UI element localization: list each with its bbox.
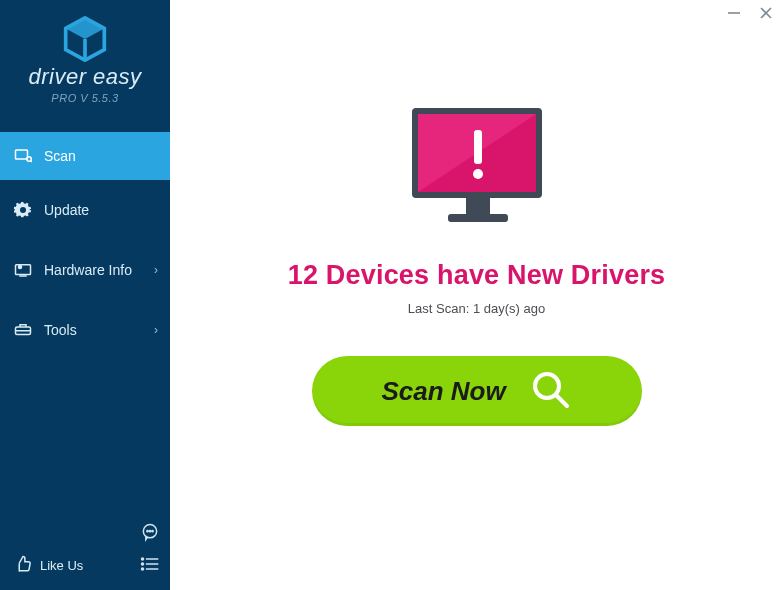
chevron-right-icon: ›: [154, 323, 158, 337]
svg-point-19: [142, 568, 144, 570]
svg-rect-27: [474, 130, 482, 164]
scan-now-label: Scan Now: [381, 376, 505, 407]
minimize-button[interactable]: [727, 6, 741, 24]
window-controls: [727, 6, 773, 24]
svg-point-12: [147, 531, 148, 532]
last-scan-text: Last Scan: 1 day(s) ago: [408, 301, 545, 316]
feedback-icon[interactable]: [140, 522, 160, 546]
like-us-button[interactable]: Like Us: [14, 555, 83, 576]
svg-point-13: [149, 531, 150, 532]
logo-icon: [62, 16, 108, 62]
sidebar-footer: Like Us: [0, 510, 170, 590]
svg-marker-1: [66, 18, 105, 39]
nav-item-update[interactable]: Update: [0, 180, 170, 240]
svg-line-32: [556, 395, 567, 406]
chevron-right-icon: ›: [154, 263, 158, 277]
svg-point-14: [152, 531, 153, 532]
nav-item-tools[interactable]: Tools ›: [0, 300, 170, 360]
app-window: driver easy PRO V 5.5.3 Scan Update: [0, 0, 783, 590]
svg-point-15: [142, 558, 144, 560]
gear-icon: [14, 201, 32, 219]
svg-rect-30: [448, 214, 508, 222]
brand-name: driver easy: [0, 64, 170, 90]
nav-label: Scan: [44, 148, 76, 164]
nav-label: Tools: [44, 322, 77, 338]
nav-item-scan[interactable]: Scan: [0, 132, 170, 180]
headline: 12 Devices have New Drivers: [288, 260, 666, 291]
scan-now-button[interactable]: Scan Now: [312, 356, 642, 426]
thumbs-up-icon: [14, 555, 32, 576]
main-panel: 12 Devices have New Drivers Last Scan: 1…: [170, 0, 783, 590]
svg-line-5: [31, 161, 33, 163]
alert-monitor-icon: [402, 102, 552, 236]
svg-point-7: [19, 266, 22, 269]
svg-rect-29: [466, 198, 490, 214]
nav: Scan Update Hardware Info ›: [0, 132, 170, 510]
sidebar: driver easy PRO V 5.5.3 Scan Update: [0, 0, 170, 590]
hardware-info-icon: [14, 261, 32, 279]
nav-item-hardware-info[interactable]: Hardware Info ›: [0, 240, 170, 300]
magnifier-icon: [528, 367, 572, 415]
brand-block: driver easy PRO V 5.5.3: [0, 0, 170, 114]
tools-icon: [14, 321, 32, 339]
svg-rect-3: [16, 150, 28, 159]
close-button[interactable]: [759, 6, 773, 24]
content: 12 Devices have New Drivers Last Scan: 1…: [170, 0, 783, 426]
svg-point-28: [473, 169, 483, 179]
footer-icons: [140, 522, 160, 576]
svg-point-17: [142, 563, 144, 565]
nav-label: Update: [44, 202, 89, 218]
scan-icon: [14, 147, 32, 165]
svg-rect-6: [16, 265, 31, 275]
brand-version: PRO V 5.5.3: [0, 92, 170, 104]
like-us-label: Like Us: [40, 558, 83, 573]
nav-label: Hardware Info: [44, 262, 132, 278]
menu-list-icon[interactable]: [140, 556, 160, 576]
